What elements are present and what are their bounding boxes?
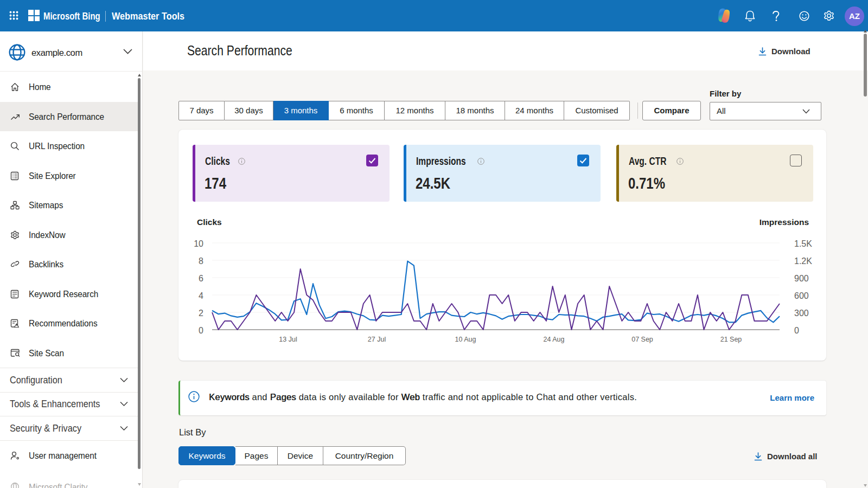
svg-text:600: 600 — [794, 291, 809, 300]
svg-text:8: 8 — [199, 256, 203, 266]
svg-text:4: 4 — [199, 291, 203, 300]
svg-text:2: 2 — [199, 309, 203, 318]
svg-text:0: 0 — [794, 326, 799, 335]
svg-text:21 Sep: 21 Sep — [720, 336, 742, 343]
svg-text:0: 0 — [199, 326, 203, 335]
svg-text:10: 10 — [194, 239, 203, 248]
svg-text:300: 300 — [794, 309, 809, 318]
svg-text:27 Jul: 27 Jul — [368, 336, 386, 343]
svg-text:Impressions: Impressions — [760, 217, 809, 227]
svg-text:24 Aug: 24 Aug — [544, 336, 565, 343]
svg-text:Clicks: Clicks — [197, 217, 222, 227]
svg-text:07 Sep: 07 Sep — [631, 336, 653, 343]
svg-text:6: 6 — [199, 274, 203, 283]
svg-text:900: 900 — [794, 274, 809, 283]
svg-text:10 Aug: 10 Aug — [455, 336, 476, 343]
svg-text:1.5K: 1.5K — [794, 239, 812, 248]
svg-text:13 Jul: 13 Jul — [279, 336, 297, 343]
svg-text:1.2K: 1.2K — [794, 256, 812, 266]
